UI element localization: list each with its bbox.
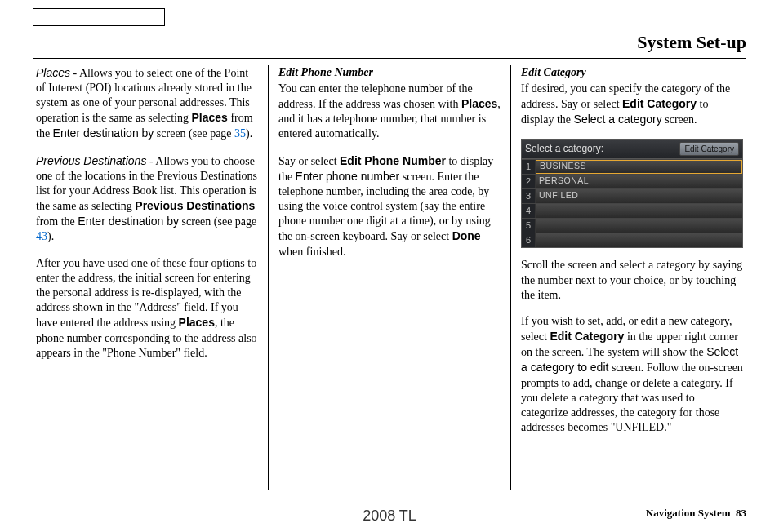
edit-phone-heading: Edit Phone Number	[278, 65, 501, 80]
category-row-3[interactable]: 3 UNFILED	[522, 188, 742, 203]
previous-destinations-label: Previous Destinations	[36, 154, 146, 167]
column-3: Edit Category If desired, you can specif…	[510, 65, 746, 490]
edit-category-heading: Edit Category	[521, 65, 743, 80]
page-link-35[interactable]: 35	[234, 127, 246, 140]
category-row-4[interactable]: 4	[522, 203, 742, 218]
page-footer: 2008 TL Navigation System 83	[0, 507, 779, 521]
nav-screen-title: Select a category:	[525, 143, 603, 156]
places-paragraph: Places - Allows you to select one of the…	[36, 65, 258, 142]
content-columns: Places - Allows you to select one of the…	[33, 65, 746, 490]
footer-right: Navigation System 83	[646, 507, 746, 521]
page-title: System Set-up	[33, 31, 746, 55]
category-row-6[interactable]: 6	[522, 233, 742, 247]
nav-screen-header: Select a category: Edit Category	[522, 140, 742, 159]
after-options-paragraph: After you have used one of these four op…	[36, 256, 258, 361]
horizontal-rule	[33, 58, 746, 59]
header-empty-box	[33, 8, 165, 26]
category-p1: If desired, you can specify the category…	[521, 82, 743, 128]
category-p2: Scroll the screen and select a category …	[521, 258, 743, 303]
category-row-5[interactable]: 5	[522, 218, 742, 233]
category-row-2[interactable]: 2 PERSONAL	[522, 174, 742, 188]
page-number: 83	[736, 507, 746, 519]
category-row-1[interactable]: 1 BUSINESS	[522, 159, 742, 174]
edit-category-button[interactable]: Edit Category	[679, 142, 739, 156]
column-1: Places - Allows you to select one of the…	[33, 65, 268, 490]
phone-p2: Say or select Edit Phone Number to displ…	[278, 153, 501, 259]
phone-p1: You can enter the telephone number of th…	[278, 82, 501, 142]
column-2: Edit Phone Number You can enter the tele…	[268, 65, 510, 490]
select-category-screenshot: Select a category: Edit Category 1 BUSIN…	[521, 139, 743, 248]
places-label: Places	[36, 66, 70, 79]
footer-model-year: 2008 TL	[363, 507, 416, 525]
previous-dest-paragraph: Previous Destinations - Allows you to ch…	[36, 153, 258, 245]
category-p3: If you wish to set, add, or edit a new c…	[521, 314, 743, 436]
page-link-43[interactable]: 43	[36, 230, 47, 242]
